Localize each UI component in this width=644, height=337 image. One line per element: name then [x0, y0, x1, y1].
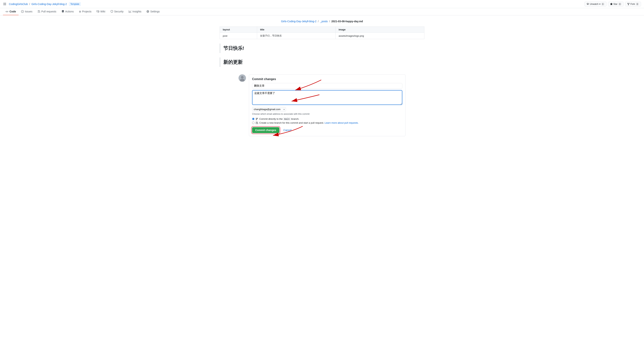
radio-group: Commit directly to the main branch. Crea…	[252, 117, 402, 124]
star-icon	[610, 3, 613, 5]
repo-nav: <> Code Issues Pull requests Actions ⊞ P…	[0, 8, 644, 15]
frontmatter-image: assets/images/logo.png	[336, 33, 424, 39]
settings-icon	[146, 10, 149, 13]
repo-breadcrumb: CodingGirlsClub / Girls-Coding-Day-Jekyl…	[9, 2, 67, 5]
commit-section: Commit changes changhbaga@gmail.com ▾ Ch…	[238, 74, 406, 136]
col-title: title	[257, 27, 336, 33]
svg-rect-3	[4, 4, 4, 4]
form-actions: Commit changes Cancel	[252, 127, 402, 133]
site-logo	[3, 2, 7, 6]
unwatch-chevron: ▾	[599, 3, 600, 5]
svg-rect-4	[4, 4, 5, 4]
unwatch-label: Unwatch	[590, 3, 598, 5]
svg-rect-8	[6, 5, 6, 5]
radio-pr-label[interactable]: Create a new branch for this commit and …	[252, 121, 402, 124]
avatar	[238, 74, 246, 82]
file-breadcrumb: Girls-Coding-Day-Jekyll-blog-2 / _posts …	[214, 20, 430, 23]
content-heading-2: 新的更新	[223, 59, 422, 65]
commit-summary-input[interactable]	[252, 83, 402, 89]
frontmatter-row: post 女孩子们，节日快乐 assets/images/logo.png	[220, 33, 424, 39]
tab-security[interactable]: Security	[108, 8, 126, 15]
main-content: Girls-Coding-Day-Jekyll-blog-2 / _posts …	[211, 15, 433, 141]
tab-issues-label: Issues	[25, 10, 32, 13]
code-icon: <>	[6, 10, 8, 13]
avatar-image	[238, 74, 246, 82]
commit-form-title: Commit changes	[252, 77, 402, 81]
frontmatter-table: layout title image post 女孩子们，节日快乐 assets…	[220, 26, 424, 39]
tab-wiki-label: Wiki	[100, 10, 105, 13]
commit-description-textarea[interactable]	[252, 90, 402, 105]
tab-pr-label: Pull requests	[41, 10, 56, 13]
unwatch-count: 3	[601, 2, 604, 5]
fork-icon	[627, 3, 630, 5]
svg-rect-5	[6, 4, 6, 4]
radio-direct-input[interactable]	[252, 118, 254, 120]
email-hint: Choose which email address to associate …	[252, 113, 402, 115]
col-image: image	[336, 27, 424, 33]
star-label: Star	[614, 3, 618, 5]
fork-count: 0	[636, 2, 639, 5]
tab-actions[interactable]: Actions	[59, 8, 76, 15]
file-preview: layout title image post 女孩子们，节日快乐 assets…	[214, 26, 430, 67]
tab-insights[interactable]: Insights	[126, 8, 144, 15]
tab-settings[interactable]: Settings	[144, 8, 162, 15]
insights-icon	[129, 10, 131, 13]
svg-rect-2	[6, 3, 6, 3]
content-section-2: 新的更新	[220, 57, 424, 67]
radio-direct-label[interactable]: Commit directly to the main branch.	[252, 117, 402, 120]
breadcrumb-file: 2021-03-08-happy-day.md	[332, 20, 363, 23]
commit-area: Commit changes changhbaga@gmail.com ▾ Ch…	[214, 74, 430, 136]
svg-point-10	[241, 76, 244, 79]
breadcrumb-repo-link[interactable]: Girls-Coding-Day-Jekyll-blog-2	[281, 20, 316, 23]
tab-code[interactable]: <> Code	[3, 8, 18, 15]
fork-label: Fork	[630, 3, 635, 5]
fork-button[interactable]: Fork 0	[625, 2, 641, 6]
commit-form: Commit changes changhbaga@gmail.com ▾ Ch…	[249, 74, 406, 136]
cancel-button[interactable]: Cancel	[281, 127, 294, 133]
tab-wiki[interactable]: Wiki	[94, 8, 108, 15]
pr-branch-icon	[256, 122, 258, 124]
tab-settings-label: Settings	[150, 10, 160, 13]
tab-insights-label: Insights	[132, 10, 141, 13]
frontmatter-layout: post	[220, 33, 257, 39]
svg-rect-1	[4, 3, 5, 3]
branch-icon	[256, 118, 258, 120]
email-select[interactable]: changhbaga@gmail.com	[252, 107, 286, 112]
commit-changes-button[interactable]: Commit changes	[252, 127, 279, 133]
org-link[interactable]: CodingGirlsClub	[9, 2, 28, 5]
svg-rect-0	[4, 3, 4, 3]
branch-name: main	[283, 117, 290, 120]
star-button[interactable]: Star 0	[608, 2, 624, 6]
tab-actions-label: Actions	[65, 10, 74, 13]
content-heading-1: 节日快乐!	[223, 45, 422, 51]
page-header: CodingGirlsClub / Girls-Coding-Day-Jekyl…	[0, 0, 644, 8]
content-section-1: 节日快乐!	[220, 43, 424, 53]
actions-icon	[62, 10, 64, 13]
tab-issues[interactable]: Issues	[18, 8, 35, 15]
pr-icon	[38, 10, 40, 13]
projects-icon: ⊞	[79, 10, 81, 13]
star-count: 0	[618, 2, 622, 5]
wiki-icon	[97, 10, 99, 13]
radio-pr-input[interactable]	[252, 122, 254, 124]
radio-direct-text: Commit directly to the main branch.	[259, 117, 299, 120]
security-icon	[110, 10, 113, 13]
tab-code-label: Code	[10, 10, 16, 13]
svg-rect-6	[4, 5, 4, 5]
tab-security-label: Security	[114, 10, 124, 13]
repo-link[interactable]: Girls-Coding-Day-Jekyll-blog-2	[32, 2, 67, 5]
col-layout: layout	[220, 27, 257, 33]
eye-icon	[586, 3, 589, 5]
email-select-wrapper: changhbaga@gmail.com ▾	[252, 107, 286, 112]
pr-learn-more-link[interactable]: Learn more about pull requests.	[324, 121, 359, 124]
grid-icon	[3, 2, 7, 6]
header-actions: Unwatch ▾ 3 Star 0 Fork 0	[584, 2, 641, 6]
breadcrumb-folder-link[interactable]: _posts	[320, 20, 328, 23]
tab-projects[interactable]: ⊞ Projects	[76, 8, 94, 15]
issues-icon	[21, 10, 24, 13]
unwatch-button[interactable]: Unwatch ▾ 3	[584, 2, 606, 6]
svg-rect-7	[4, 5, 5, 5]
tab-projects-label: Projects	[82, 10, 92, 13]
tab-pull-requests[interactable]: Pull requests	[35, 8, 59, 15]
frontmatter-title: 女孩子们，节日快乐	[257, 33, 336, 39]
